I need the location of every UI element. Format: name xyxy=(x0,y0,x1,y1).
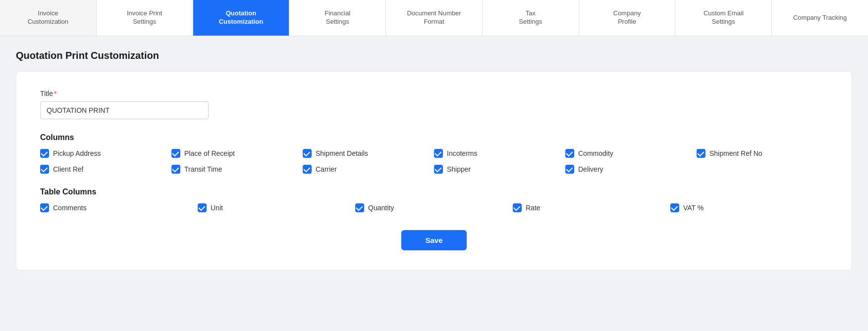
checkbox-transit-time[interactable]: Transit Time xyxy=(171,165,303,174)
checkbox-shipper[interactable]: Shipper xyxy=(434,165,565,174)
checkbox-label-transit-time: Transit Time xyxy=(184,165,222,173)
table-columns-section-title: Table Columns xyxy=(40,188,828,196)
checkbox-label-pickup-address: Pickup Address xyxy=(53,149,101,157)
checkbox-label-client-ref: Client Ref xyxy=(53,165,83,173)
checkbox-icon-shipper xyxy=(434,165,443,174)
tab-invoice-customization[interactable]: Invoice Customization xyxy=(0,0,97,36)
checkbox-icon-shipment-details xyxy=(303,149,312,158)
checkbox-icon-delivery xyxy=(565,165,574,174)
checkbox-label-shipper: Shipper xyxy=(447,165,471,173)
page-title: Quotation Print Customization xyxy=(16,50,852,61)
table-checkbox-quantity[interactable]: Quantity xyxy=(355,203,513,212)
checkbox-commodity[interactable]: Commodity xyxy=(565,149,697,158)
checkbox-label-incoterms: Incoterms xyxy=(447,149,477,157)
title-field-group: Title* xyxy=(40,90,828,119)
table-checkbox-icon-quantity xyxy=(355,203,364,212)
tab-invoice-print-settings[interactable]: Invoice Print Settings xyxy=(97,0,193,36)
checkbox-icon-client-ref xyxy=(40,165,49,174)
table-columns-grid: CommentsUnitQuantityRateVAT % xyxy=(40,203,828,212)
save-button[interactable]: Save xyxy=(401,230,466,250)
columns-grid: Pickup AddressPlace of ReceiptShipment D… xyxy=(40,149,828,174)
tab-company-tracking[interactable]: Company Tracking xyxy=(772,0,868,36)
title-input[interactable] xyxy=(40,101,209,119)
title-field-label: Title* xyxy=(40,90,828,97)
table-checkbox-label-quantity: Quantity xyxy=(368,204,394,212)
checkbox-icon-transit-time xyxy=(171,165,180,174)
columns-section-title: Columns xyxy=(40,133,828,142)
table-checkbox-rate[interactable]: Rate xyxy=(513,203,670,212)
table-checkbox-icon-comments xyxy=(40,203,49,212)
checkbox-label-commodity: Commodity xyxy=(578,149,613,157)
checkbox-shipment-details[interactable]: Shipment Details xyxy=(303,149,434,158)
checkbox-carrier[interactable]: Carrier xyxy=(303,165,434,174)
checkbox-shipment-ref-no[interactable]: Shipment Ref No xyxy=(697,149,828,158)
table-checkbox-vat-percent[interactable]: VAT % xyxy=(670,203,828,212)
checkbox-icon-pickup-address xyxy=(40,149,49,158)
settings-card: Title* Columns Pickup AddressPlace of Re… xyxy=(16,71,852,271)
checkbox-icon-commodity xyxy=(565,149,574,158)
tab-bar: Invoice CustomizationInvoice Print Setti… xyxy=(0,0,868,36)
checkbox-label-delivery: Delivery xyxy=(578,165,603,173)
save-btn-container: Save xyxy=(40,230,828,250)
checkbox-pickup-address[interactable]: Pickup Address xyxy=(40,149,171,158)
table-checkbox-icon-vat-percent xyxy=(670,203,679,212)
table-checkbox-label-vat-percent: VAT % xyxy=(683,204,704,212)
table-checkbox-label-unit: Unit xyxy=(211,204,223,212)
checkbox-label-shipment-ref-no: Shipment Ref No xyxy=(709,149,762,157)
main-content: Quotation Print Customization Title* Col… xyxy=(0,36,868,284)
table-checkbox-icon-rate xyxy=(513,203,522,212)
tab-company-profile[interactable]: Company Profile xyxy=(579,0,676,36)
checkbox-icon-incoterms xyxy=(434,149,443,158)
checkbox-label-carrier: Carrier xyxy=(316,165,337,173)
checkbox-delivery[interactable]: Delivery xyxy=(565,165,697,174)
checkbox-icon-carrier xyxy=(303,165,312,174)
checkbox-client-ref[interactable]: Client Ref xyxy=(40,165,171,174)
tab-tax-settings[interactable]: Tax Settings xyxy=(483,0,579,36)
checkbox-icon-place-of-receipt xyxy=(171,149,180,158)
tab-quotation-customization[interactable]: Quotation Customization xyxy=(193,0,290,36)
table-checkbox-unit[interactable]: Unit xyxy=(198,203,355,212)
checkbox-place-of-receipt[interactable]: Place of Receipt xyxy=(171,149,303,158)
checkbox-icon-shipment-ref-no xyxy=(697,149,705,158)
checkbox-label-shipment-details: Shipment Details xyxy=(316,149,368,157)
table-checkbox-comments[interactable]: Comments xyxy=(40,203,198,212)
checkbox-incoterms[interactable]: Incoterms xyxy=(434,149,565,158)
table-checkbox-label-comments: Comments xyxy=(53,204,87,212)
tab-custom-email-settings[interactable]: Custom Email Settings xyxy=(675,0,772,36)
tab-financial-settings[interactable]: Financial Settings xyxy=(289,0,386,36)
checkbox-label-place-of-receipt: Place of Receipt xyxy=(184,149,235,157)
table-checkbox-label-rate: Rate xyxy=(526,204,541,212)
tab-document-number-format[interactable]: Document Number Format xyxy=(386,0,483,36)
table-checkbox-icon-unit xyxy=(198,203,207,212)
